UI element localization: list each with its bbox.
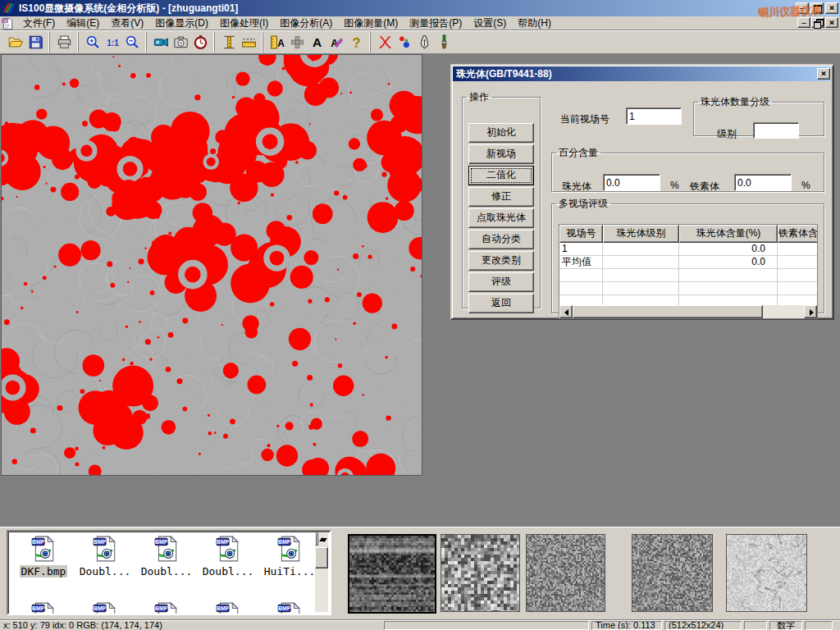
document-icon: DOC bbox=[2, 17, 14, 30]
hscroll-left-button[interactable] bbox=[559, 305, 573, 318]
brush-button[interactable] bbox=[434, 33, 454, 52]
cursor-readout: x: 510 y: 79 idx: 0 RGB: (174, 174, 174) bbox=[0, 620, 384, 630]
file-item-row2-1[interactable]: BMP bbox=[75, 601, 135, 615]
print-icon bbox=[58, 36, 70, 48]
table-col-3[interactable]: 铁素体含量(%) bbox=[778, 225, 818, 243]
menu-item-1[interactable]: 编辑(E) bbox=[61, 16, 105, 31]
table-row-3[interactable] bbox=[559, 282, 817, 295]
table-row-0[interactable]: 10.0 bbox=[559, 243, 817, 256]
timer-button[interactable] bbox=[190, 33, 210, 52]
annotate-button[interactable]: A bbox=[326, 33, 346, 52]
vscroll-thumb[interactable] bbox=[315, 547, 328, 568]
curve-tool-button[interactable] bbox=[375, 33, 395, 52]
grid-button[interactable] bbox=[287, 33, 307, 52]
menu-item-2[interactable]: 查看(V) bbox=[105, 16, 149, 31]
svg-text:A: A bbox=[312, 35, 321, 49]
mdi-close-button[interactable] bbox=[825, 17, 838, 28]
svg-text:A: A bbox=[277, 38, 285, 49]
zoom-out-button[interactable] bbox=[122, 33, 142, 52]
table-col-0[interactable]: 视场号 bbox=[559, 225, 603, 243]
file-item-2[interactable]: BMPDoubl... bbox=[136, 535, 197, 578]
op-button-6[interactable]: 更改类别 bbox=[468, 251, 534, 271]
maximize-button[interactable] bbox=[810, 2, 824, 14]
help-button[interactable]: ? bbox=[346, 33, 366, 52]
file-item-row2-0[interactable]: BMP bbox=[13, 601, 74, 615]
file-item-0[interactable]: BMPDKF.bmp bbox=[13, 535, 74, 578]
status-time: Time (s): 0.113 bbox=[591, 621, 662, 630]
print-button[interactable] bbox=[54, 33, 74, 52]
ferrite-percent-input[interactable] bbox=[734, 174, 792, 191]
table-col-2[interactable]: 珠光体含量(%) bbox=[679, 225, 778, 243]
grade-input[interactable] bbox=[753, 122, 799, 139]
pearlite-percent-input[interactable] bbox=[603, 174, 660, 191]
menu-item-3[interactable]: 图像显示(D) bbox=[149, 16, 214, 31]
table-col-1[interactable]: 珠光体级别 bbox=[603, 225, 679, 243]
close-button[interactable] bbox=[825, 2, 838, 14]
thumb-1[interactable] bbox=[348, 534, 436, 614]
file-item-3[interactable]: BMPDoubl... bbox=[198, 535, 258, 578]
measure-text-button[interactable]: A bbox=[267, 33, 287, 52]
menu-item-6[interactable]: 图像测量(M) bbox=[338, 16, 404, 31]
save-button[interactable] bbox=[25, 33, 45, 52]
svg-text:BMP: BMP bbox=[217, 605, 230, 611]
ruler-button[interactable] bbox=[239, 33, 258, 52]
particles-button[interactable] bbox=[395, 33, 414, 52]
op-button-3[interactable]: 修正 bbox=[468, 187, 534, 207]
actual-size-button[interactable]: 1:1 bbox=[103, 33, 122, 52]
op-button-8[interactable]: 返回 bbox=[468, 294, 534, 313]
actual-size-icon: 1:1 bbox=[107, 39, 119, 48]
pen-button[interactable] bbox=[414, 33, 434, 52]
mdi-restore-button[interactable] bbox=[811, 17, 824, 28]
menu-item-7[interactable]: 测量报告(P) bbox=[404, 16, 468, 31]
toolbar-group-3 bbox=[146, 33, 212, 52]
thumb-2[interactable] bbox=[441, 534, 520, 612]
ferrite-percent-label: 铁素体 bbox=[690, 180, 719, 194]
zoom-in-button[interactable] bbox=[83, 33, 103, 52]
dialog-close-button[interactable] bbox=[817, 68, 830, 80]
file-item-1[interactable]: BMPDoubl... bbox=[75, 535, 135, 578]
menu-item-4[interactable]: 图像处理(I) bbox=[214, 16, 274, 31]
hscroll-right-button[interactable] bbox=[804, 305, 817, 318]
current-field-input[interactable] bbox=[626, 107, 682, 125]
thumb-5[interactable] bbox=[726, 534, 807, 612]
hscroll-thumb[interactable] bbox=[573, 305, 763, 318]
op-button-1[interactable]: 新视场 bbox=[468, 144, 534, 164]
op-button-4[interactable]: 点取珠光体 bbox=[468, 208, 534, 228]
video-camera-icon bbox=[154, 39, 167, 46]
menu-item-5[interactable]: 图像分析(A) bbox=[274, 16, 338, 31]
thumb-4[interactable] bbox=[632, 534, 713, 612]
micrograph-image[interactable] bbox=[2, 55, 422, 475]
thumb-3[interactable] bbox=[526, 534, 605, 612]
table-row-2[interactable] bbox=[559, 269, 817, 282]
mdi-minimize-button[interactable] bbox=[797, 17, 810, 28]
file-item-4[interactable]: BMPHuiTi... bbox=[259, 535, 320, 578]
camera-button[interactable] bbox=[171, 33, 190, 52]
svg-text:?: ? bbox=[352, 35, 360, 50]
dialog-title-bar[interactable]: 珠光体(GB/T9441-88) bbox=[453, 66, 830, 81]
video-camera-button[interactable] bbox=[151, 33, 171, 52]
menu-item-8[interactable]: 设置(S) bbox=[468, 16, 512, 31]
table-row-1[interactable]: 平均值0.0 bbox=[559, 256, 817, 269]
op-button-0[interactable]: 初始化 bbox=[468, 123, 534, 143]
curve-tool-icon bbox=[380, 36, 390, 48]
svg-text:1:1: 1:1 bbox=[107, 39, 119, 48]
file-vscrollbar[interactable] bbox=[315, 533, 328, 612]
file-item-row2-3[interactable]: BMP bbox=[198, 601, 258, 615]
menu-item-0[interactable]: 文件(F) bbox=[17, 16, 61, 31]
op-button-7[interactable]: 评级 bbox=[468, 272, 534, 292]
caliper-button[interactable] bbox=[219, 33, 239, 52]
table-cell-2-3 bbox=[778, 269, 818, 282]
rating-table[interactable]: 视场号珠光体级别珠光体含量(%)铁素体含量(%) 10.0平均值0.0 bbox=[559, 224, 818, 319]
minimize-button[interactable] bbox=[796, 2, 809, 14]
op-button-2[interactable]: 二值化 bbox=[468, 166, 534, 185]
menu-item-9[interactable]: 帮助(H) bbox=[512, 16, 557, 31]
vscroll-down-button[interactable] bbox=[317, 532, 318, 546]
file-item-row2-4[interactable]: BMP bbox=[259, 601, 320, 615]
file-item-row2-2[interactable]: BMP bbox=[136, 601, 197, 615]
table-hscrollbar[interactable] bbox=[559, 305, 817, 318]
op-button-5[interactable]: 自动分类 bbox=[468, 230, 534, 249]
text-button[interactable]: A bbox=[307, 33, 326, 52]
bmp-file-icon: BMP bbox=[94, 536, 115, 561]
open-icon bbox=[9, 38, 22, 47]
open-button[interactable] bbox=[6, 33, 25, 52]
